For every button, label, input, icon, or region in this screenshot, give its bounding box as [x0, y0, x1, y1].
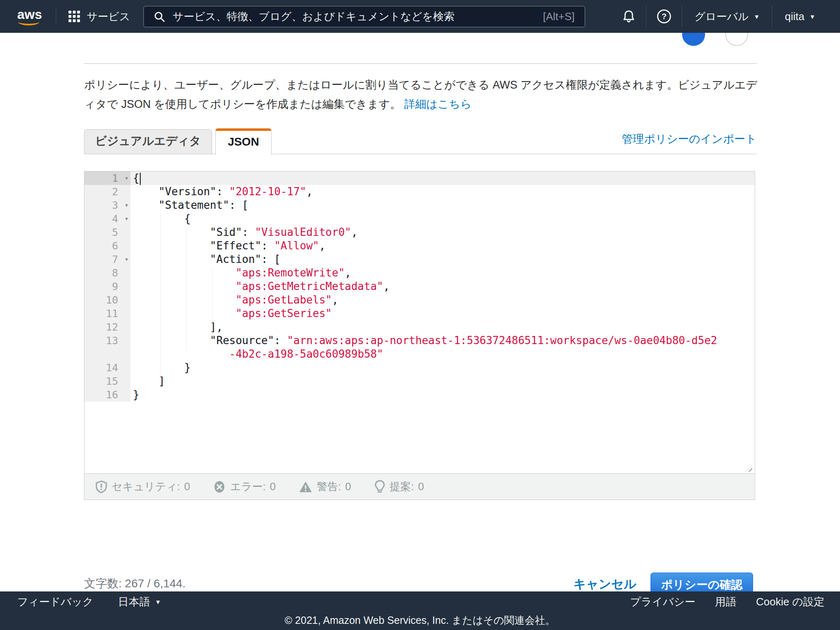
warning-triangle-icon	[299, 480, 313, 493]
line-number: 15	[84, 374, 130, 388]
services-menu-button[interactable]: サービス	[68, 9, 130, 24]
code-line[interactable]: 16}	[84, 388, 755, 402]
import-managed-policy-link[interactable]: 管理ポリシーのインポート	[622, 132, 757, 146]
code-line[interactable]: 13 "Resource": "arn:aws:aps:ap-northeast…	[84, 334, 755, 347]
suggestions-count: 0	[418, 480, 424, 493]
code-text: "aps:RemoteWrite",	[130, 266, 755, 280]
line-number: 2	[84, 185, 130, 199]
account-menu-button[interactable]: qiita ▼	[772, 10, 828, 23]
line-number: 11	[84, 307, 130, 320]
terms-link[interactable]: 用語	[715, 595, 736, 609]
code-line[interactable]: -4b2c-a198-5a0c60989b58"	[84, 347, 755, 361]
code-line[interactable]: 4▾ {	[84, 212, 755, 226]
line-number: 13	[84, 334, 130, 347]
code-text: }	[130, 388, 755, 402]
tab-visual-editor[interactable]: ビジュアルエディタ	[84, 129, 212, 154]
code-text: {	[130, 212, 755, 226]
errors-count: 0	[270, 480, 276, 493]
code-text: {	[130, 171, 755, 185]
section-divider	[84, 63, 757, 64]
fold-arrow-icon[interactable]: ▾	[125, 212, 128, 226]
code-line[interactable]: 10 "aps:GetLabels",	[84, 293, 755, 307]
region-label: グローバル	[694, 9, 749, 24]
line-number: 6	[84, 239, 130, 253]
code-area[interactable]: 1▾{2 "Version": "2012-10-17",3▾ "Stateme…	[84, 171, 755, 473]
code-line[interactable]: 9 "aps:GetMetricMetadata",	[84, 280, 755, 293]
line-number: 1▾	[84, 171, 130, 185]
code-line[interactable]: 12 ],	[84, 320, 755, 334]
code-line[interactable]: 11 "aps:GetSeries"	[84, 307, 755, 320]
line-number: 14	[84, 361, 130, 374]
line-number: 4▾	[84, 212, 130, 226]
code-line[interactable]: 1▾{	[84, 171, 755, 185]
feedback-link[interactable]: フィードバック	[17, 595, 94, 609]
code-text: "Sid": "VisualEditor0",	[130, 226, 755, 239]
code-line[interactable]: 7▾ "Action": [	[84, 253, 755, 266]
code-line[interactable]: 15 ]	[84, 374, 755, 388]
fold-arrow-icon[interactable]: ▾	[125, 199, 128, 212]
code-text: "Version": "2012-10-17",	[130, 185, 755, 199]
bell-icon	[621, 9, 636, 24]
services-label: サービス	[87, 9, 130, 24]
code-text: ],	[130, 320, 755, 334]
details-link[interactable]: 詳細はこちら	[404, 98, 472, 110]
account-label: qiita	[785, 10, 804, 23]
line-number: 12	[84, 320, 130, 334]
suggestions-label: 提案:	[390, 479, 414, 494]
code-text: "Statement": [	[130, 199, 755, 212]
global-search-input[interactable]: サービス、特徴、ブログ、およびドキュメントなどを検索 [Alt+S]	[143, 6, 585, 27]
code-text: -4b2c-a198-5a0c60989b58"	[130, 347, 755, 361]
region-menu-button[interactable]: グローバル ▼	[682, 9, 772, 24]
text-cursor	[140, 173, 141, 185]
fold-arrow-icon[interactable]: ▾	[125, 171, 128, 185]
line-number: 8	[84, 266, 130, 280]
console-footer: フィードバック 日本語 ▼ プライバシー 用語 Cookie の設定 © 202…	[0, 591, 840, 630]
help-button[interactable]: ?	[646, 9, 682, 24]
editor-resize-handle[interactable]	[746, 465, 752, 472]
aws-smile-icon	[18, 18, 39, 25]
notifications-button[interactable]	[612, 9, 646, 24]
aws-logo[interactable]: aws	[16, 5, 46, 29]
security-findings-status[interactable]: セキュリティ: 0	[95, 479, 190, 494]
code-line[interactable]: 8 "aps:RemoteWrite",	[84, 266, 755, 280]
security-shield-icon	[95, 480, 107, 493]
search-icon	[154, 11, 165, 23]
copyright-text: © 2021, Amazon Web Services, Inc. またはその関…	[0, 614, 840, 627]
line-number: 3▾	[84, 199, 130, 212]
aws-iam-create-policy-page: aws サービス サービス、特徴、ブログ、およびドキュ	[0, 0, 840, 630]
code-lines: 1▾{2 "Version": "2012-10-17",3▾ "Stateme…	[84, 171, 755, 402]
fold-arrow-icon[interactable]: ▾	[125, 253, 128, 266]
code-line[interactable]: 3▾ "Statement": [	[84, 199, 755, 212]
code-line[interactable]: 5 "Sid": "VisualEditor0",	[84, 226, 755, 239]
tab-json[interactable]: JSON	[215, 128, 272, 155]
suggestion-bulb-icon	[374, 480, 386, 494]
warnings-status[interactable]: 警告: 0	[299, 479, 351, 494]
language-selector[interactable]: 日本語 ▼	[118, 595, 161, 609]
line-number: 7▾	[84, 253, 130, 266]
privacy-link[interactable]: プライバシー	[630, 595, 695, 609]
security-count: 0	[184, 480, 190, 493]
code-line[interactable]: 6 "Effect": "Allow",	[84, 239, 755, 253]
errors-label: エラー:	[230, 479, 265, 494]
code-text: "Resource": "arn:aws:aps:ap-northeast-1:…	[130, 334, 755, 347]
step-circle-inactive	[725, 33, 748, 46]
indent-guide	[160, 215, 161, 377]
chevron-down-icon: ▼	[809, 13, 815, 20]
error-circle-icon	[213, 480, 226, 493]
services-grid-icon	[68, 10, 81, 23]
errors-status[interactable]: エラー: 0	[213, 479, 276, 494]
character-count: 文字数: 267 / 6,144.	[84, 576, 185, 591]
step-circle-active	[682, 33, 705, 46]
security-label: セキュリティ:	[112, 479, 180, 494]
line-number	[84, 347, 130, 361]
code-text: "aps:GetMetricMetadata",	[130, 280, 755, 293]
question-circle-icon: ?	[656, 9, 672, 24]
cookie-settings-link[interactable]: Cookie の設定	[756, 595, 824, 609]
search-shortcut-hint: [Alt+S]	[543, 10, 575, 23]
code-line[interactable]: 2 "Version": "2012-10-17",	[84, 185, 755, 199]
chevron-down-icon: ▼	[155, 598, 161, 605]
suggestions-status[interactable]: 提案: 0	[374, 479, 424, 494]
svg-text:?: ?	[662, 12, 667, 21]
code-line[interactable]: 14 }	[84, 361, 755, 374]
cancel-button[interactable]: キャンセル	[573, 576, 637, 593]
